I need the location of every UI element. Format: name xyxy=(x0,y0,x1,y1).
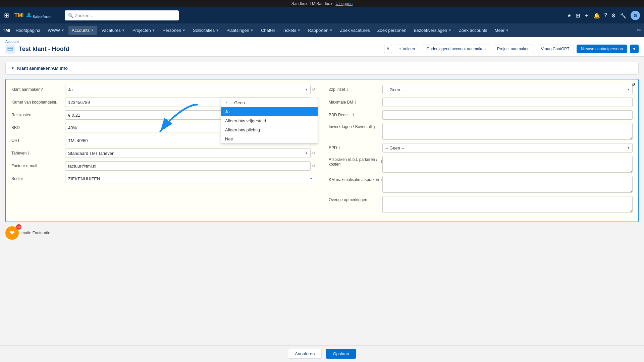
reset-factuur-email[interactable]: ↺ xyxy=(312,164,315,168)
control-inwerkdagen xyxy=(382,123,633,140)
add-icon[interactable]: ＋ xyxy=(584,12,589,19)
grid-icon[interactable]: ⊞ xyxy=(576,12,580,19)
gear-icon[interactable]: 🔧 xyxy=(620,12,627,19)
select-epd[interactable]: -- Geen -- xyxy=(382,143,633,153)
form-row-overige: Overige opmerkingen xyxy=(329,196,633,213)
page-icon xyxy=(5,44,15,54)
svg-rect-1 xyxy=(8,47,12,51)
bezoekverslagen-chevron: ▼ xyxy=(448,28,451,32)
input-max-bm[interactable] xyxy=(382,98,633,107)
menu-item-zoek-personen[interactable]: Zoek personen xyxy=(374,26,410,35)
section-klant-aanmaken: ▼ Klant aanmaken/AM info xyxy=(5,62,639,75)
help-icon[interactable]: ? xyxy=(604,12,607,18)
bottom-bar: Annuleren Opslaan xyxy=(0,345,644,358)
nieuwe-contactpersoon-button[interactable]: Nieuwe contactpersoon xyxy=(577,45,627,53)
label-factuur-email: Factuur e-mail xyxy=(11,164,65,168)
select-klant-aanmaken[interactable]: Ja Nee xyxy=(65,85,311,94)
menu-item-meer[interactable]: Meer▼ xyxy=(491,26,513,35)
cancel-button[interactable]: Annuleren xyxy=(288,349,322,358)
menu-item-rapporten[interactable]: Rapporten▼ xyxy=(305,26,336,35)
plus-icon: + xyxy=(399,47,401,51)
dropdown-item-ja[interactable]: Ja xyxy=(221,107,318,116)
edit-icon[interactable]: ✏ xyxy=(637,27,641,34)
select-zzp-inzet[interactable]: -- Geen -- Ja Alleen btw vrijgesteld All… xyxy=(382,85,633,94)
save-button[interactable]: Opslaan xyxy=(326,349,356,358)
form-row-bbd-rege: BBD Rege... ℹ xyxy=(329,110,633,120)
menu-item-tickets[interactable]: Tickets▼ xyxy=(279,26,304,35)
info-icon-epd[interactable]: ℹ xyxy=(338,145,340,150)
info-icon-zzp[interactable]: ℹ xyxy=(346,87,348,92)
input-factuur-email[interactable] xyxy=(65,161,311,171)
form-row-km-max: KM maximalisatie afspraken ℹ xyxy=(329,176,633,193)
textarea-afspraken-parkeren[interactable] xyxy=(382,156,633,173)
section-chevron: ▼ xyxy=(11,66,14,70)
form-row-sector: Sector ZIEKENHUIZEN xyxy=(11,174,315,183)
label-max-bm: Maximale BM ℹ xyxy=(329,100,382,105)
menu-item-plaatsingen[interactable]: Plaatsingen▼ xyxy=(223,26,257,35)
info-icon-max-bm[interactable]: ℹ xyxy=(355,100,356,105)
menu-item-zoek-vacatures[interactable]: Zoek vacatures xyxy=(337,26,373,35)
sollicitaties-chevron: ▼ xyxy=(216,28,219,32)
follow-button[interactable]: + Volgen xyxy=(395,45,420,53)
dropdown-item-btw-vrij[interactable]: Alleen btw vrijgesteld xyxy=(221,116,318,125)
page-title-row: Test klant - Hoofd A + Volgen Onderligge… xyxy=(5,44,639,56)
actions-dropdown-button[interactable]: ▼ xyxy=(630,45,639,53)
settings-icon[interactable]: ⚙ xyxy=(611,12,616,19)
info-icon-tarieven[interactable]: ℹ xyxy=(28,151,30,156)
bell-icon[interactable]: 🔔 xyxy=(593,12,600,19)
menu-item-accounts[interactable]: Accounts▼ xyxy=(68,26,97,35)
select-epd-wrap: -- Geen -- xyxy=(382,143,633,153)
select-tarieven[interactable]: Standaard TMI Tarieven xyxy=(65,148,311,158)
menu-item-personen[interactable]: Personen▼ xyxy=(159,26,189,35)
form-row-epd: EPD ℹ -- Geen -- xyxy=(329,143,633,153)
svg-point-0 xyxy=(28,13,30,15)
form-row-factuur-email: Factuur e-mail ↺ xyxy=(11,161,315,171)
dropdown-item-geen[interactable]: ✓ -- Geen -- xyxy=(221,98,318,107)
menu-item-bezoekverslagen[interactable]: Bezoekverslagen▼ xyxy=(410,26,455,35)
logout-link[interactable]: Uitloggen xyxy=(335,1,353,6)
onderliggend-button[interactable]: Onderliggend account aanmaken xyxy=(422,45,490,53)
control-epd: -- Geen -- xyxy=(382,143,633,153)
apps-icon[interactable]: ⊞ xyxy=(4,12,9,19)
select-sector[interactable]: ZIEKENHUIZEN xyxy=(65,174,315,183)
control-km-max xyxy=(382,176,633,193)
menu-item-vacatures[interactable]: Vacatures▼ xyxy=(98,26,128,35)
search-icon: 🔍 xyxy=(68,13,73,18)
menu-item-projecten[interactable]: Projecten▼ xyxy=(129,26,159,35)
search-bar[interactable]: 🔍 xyxy=(65,10,179,20)
page-title: Test klant - Hoofd xyxy=(19,46,69,53)
textarea-overige[interactable] xyxy=(382,196,633,213)
textarea-km-max[interactable] xyxy=(382,176,633,193)
nav-logo: TMI Salesforce xyxy=(14,12,51,19)
search-input[interactable] xyxy=(75,13,175,18)
menu-item-hoofdpagina[interactable]: Hoofdpagina xyxy=(12,26,44,35)
breadcrumb[interactable]: Account xyxy=(5,40,639,44)
tmi-menu-label[interactable]: TMI xyxy=(3,28,10,33)
main-content: ▼ Klant aanmaken/AM info ↺ Klant aanmake… xyxy=(0,57,644,358)
dropdown-item-nee[interactable]: Nee xyxy=(221,134,318,143)
label-zzp-inzet: Zzp inzet ℹ xyxy=(329,87,382,92)
check-icon: ✓ xyxy=(225,101,228,105)
menu-item-sollicitaties[interactable]: Sollicitaties▼ xyxy=(190,26,222,35)
zzp-dropdown: ✓ -- Geen -- Ja Alleen btw vrijgesteld A… xyxy=(221,98,318,144)
star-icon[interactable]: ★ xyxy=(567,13,572,18)
form-row-max-bm: Maximale BM ℹ xyxy=(329,98,633,107)
dropdown-item-btw-plichtig[interactable]: Alleen btw plichtig xyxy=(221,125,318,134)
project-aanmaken-button[interactable]: Project aanmaken xyxy=(493,45,534,53)
personen-chevron: ▼ xyxy=(182,28,185,32)
user-avatar[interactable]: G xyxy=(631,11,640,20)
input-bbd-rege[interactable] xyxy=(382,110,633,120)
menu-item-chatter[interactable]: Chatter xyxy=(258,26,279,35)
reset-klant-aanmaken[interactable]: ↺ xyxy=(312,87,315,92)
menu-item-www[interactable]: WWW▼ xyxy=(44,26,68,35)
vraag-chatgpt-button[interactable]: Vraag ChatGPT xyxy=(537,45,574,53)
reset-tarieven[interactable]: ↺ xyxy=(312,151,315,156)
section-header[interactable]: ▼ Klant aanmaken/AM info xyxy=(6,62,638,74)
menu-item-zoek-accounts[interactable]: Zoek accounts xyxy=(455,26,491,35)
control-klant-aanmaken: Ja Nee ↺ xyxy=(65,85,315,94)
info-icon-km-max[interactable]: ℹ xyxy=(380,177,382,182)
textarea-inwerkdagen[interactable] xyxy=(382,123,633,140)
info-icon-bbd-rege[interactable]: ℹ xyxy=(353,113,354,117)
label-ort: ORT xyxy=(11,138,65,143)
bottom-section: ❤ 18 matie Facturatie... xyxy=(5,224,639,242)
